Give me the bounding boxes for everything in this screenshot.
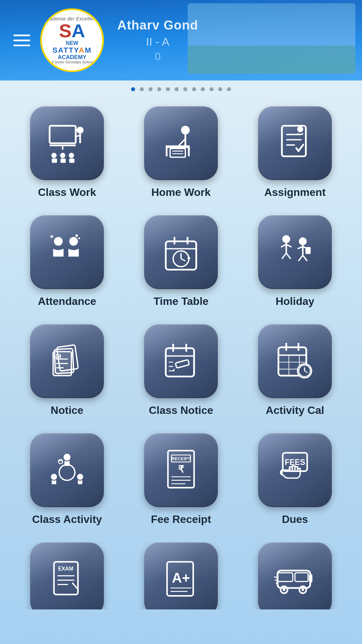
svg-text:A+: A+: [172, 570, 190, 586]
assignment-item[interactable]: Assignment: [248, 106, 342, 199]
svg-rect-65: [175, 360, 189, 368]
home-work-icon-box[interactable]: [144, 106, 218, 180]
svg-point-41: [282, 235, 290, 243]
svg-marker-40: [187, 256, 190, 259]
fee-receipt-item[interactable]: RECEIPT ₹ Fee Receipt: [134, 433, 228, 526]
attendance-icon: [45, 230, 89, 274]
svg-point-26: [297, 126, 303, 132]
activity-cal-item[interactable]: Activity Cal: [248, 324, 342, 417]
student-class: II - A: [117, 35, 198, 48]
grid-row-3: Notice Class Notice: [10, 324, 352, 417]
dot-4[interactable]: [157, 87, 161, 91]
transport-icon-box[interactable]: [258, 542, 332, 609]
dues-item[interactable]: FEES Dues: [248, 433, 342, 526]
dot-8[interactable]: [192, 87, 196, 91]
logo-s: S: [59, 20, 71, 41]
class-notice-icon: [159, 339, 203, 383]
report-item[interactable]: A+ Report: [134, 542, 228, 609]
svg-rect-18: [170, 149, 186, 157]
svg-rect-11: [69, 159, 75, 163]
holiday-item[interactable]: Holiday: [248, 215, 342, 308]
attendance-label: Attendance: [38, 295, 96, 308]
svg-text:RECEIPT: RECEIPT: [172, 456, 190, 461]
grid-row-2: Attendance Time Tab: [10, 215, 352, 308]
class-activity-item[interactable]: Class Activity: [20, 433, 114, 526]
dues-label: Dues: [282, 513, 308, 526]
student-info: Atharv Gond II - A 0: [117, 18, 198, 63]
assignment-icon-box[interactable]: [258, 106, 332, 180]
svg-line-44: [286, 245, 292, 247]
holiday-icon-box[interactable]: [258, 215, 332, 289]
dot-6[interactable]: [175, 87, 179, 91]
svg-point-7: [60, 153, 65, 158]
dues-icon: FEES: [273, 448, 317, 492]
hamburger-menu[interactable]: [13, 35, 30, 46]
dot-5[interactable]: [166, 87, 170, 91]
svg-rect-53: [305, 247, 311, 254]
dot-7[interactable]: [183, 87, 187, 91]
student-score: 0: [117, 50, 198, 63]
class-work-item[interactable]: Class Work: [20, 106, 114, 199]
svg-point-82: [59, 465, 75, 480]
hamburger-line-1: [13, 35, 30, 36]
svg-rect-113: [295, 573, 308, 582]
home-work-item[interactable]: Home Work: [134, 106, 228, 199]
svg-line-45: [282, 253, 286, 259]
assignment-label: Assignment: [264, 186, 325, 199]
dot-2[interactable]: [140, 87, 144, 91]
dot-1[interactable]: [131, 87, 135, 91]
transport-item[interactable]: Transport: [248, 542, 342, 609]
exam-icon: EXAM: [45, 557, 89, 601]
svg-point-31: [75, 234, 78, 237]
svg-rect-0: [50, 126, 76, 143]
svg-point-83: [64, 454, 71, 461]
svg-point-86: [58, 460, 63, 464]
time-table-icon: [159, 230, 203, 274]
main-grid: Class Work Home Wor: [0, 96, 362, 644]
fee-receipt-label: Fee Receipt: [151, 513, 211, 526]
svg-point-6: [51, 153, 57, 158]
grid-row-5-partial: EXAM Exam A+: [10, 542, 352, 609]
notice-label: Notice: [51, 404, 83, 417]
attendance-icon-box[interactable]: [30, 215, 104, 289]
activity-cal-label: Activity Cal: [266, 404, 324, 417]
class-notice-icon-box[interactable]: [144, 324, 218, 398]
time-table-item[interactable]: Time Table: [134, 215, 228, 308]
header: Akademie der Excellence SA NEW SATTYAM A…: [0, 0, 362, 80]
hamburger-line-2: [13, 40, 30, 41]
fee-receipt-icon: RECEIPT ₹: [159, 448, 203, 492]
exam-icon-box[interactable]: EXAM: [30, 542, 104, 609]
class-work-icon: [45, 121, 89, 165]
exam-item[interactable]: EXAM Exam: [20, 542, 114, 609]
dot-10[interactable]: [209, 87, 214, 91]
time-table-icon-box[interactable]: [144, 215, 218, 289]
svg-point-89: [61, 460, 62, 461]
svg-point-12: [181, 126, 190, 135]
svg-rect-10: [61, 159, 66, 163]
svg-point-32: [78, 237, 80, 239]
dot-11[interactable]: [218, 87, 222, 91]
report-icon-box[interactable]: A+: [144, 542, 218, 609]
carousel-dots: [0, 80, 362, 96]
svg-line-43: [281, 245, 286, 247]
fee-receipt-icon-box[interactable]: RECEIPT ₹: [144, 433, 218, 507]
class-activity-icon-box[interactable]: [30, 433, 104, 507]
dot-9[interactable]: [201, 87, 205, 91]
class-activity-icon: [45, 448, 89, 492]
svg-rect-118: [309, 574, 312, 583]
class-notice-item[interactable]: Class Notice: [134, 324, 228, 417]
svg-text:₹: ₹: [178, 464, 184, 475]
svg-text:EXAM: EXAM: [58, 566, 73, 572]
holiday-label: Holiday: [276, 295, 314, 308]
dot-3[interactable]: [148, 87, 153, 91]
svg-rect-9: [52, 159, 57, 163]
logo-a: A: [71, 20, 85, 41]
activity-cal-icon-box[interactable]: [258, 324, 332, 398]
class-work-icon-box[interactable]: [30, 106, 104, 180]
notice-icon-box[interactable]: [30, 324, 104, 398]
attendance-item[interactable]: Attendance: [20, 215, 114, 308]
notice-item[interactable]: Notice: [20, 324, 114, 417]
dues-icon-box[interactable]: FEES: [258, 433, 332, 507]
dot-12[interactable]: [227, 87, 231, 91]
logo-new: NEW: [66, 40, 78, 46]
